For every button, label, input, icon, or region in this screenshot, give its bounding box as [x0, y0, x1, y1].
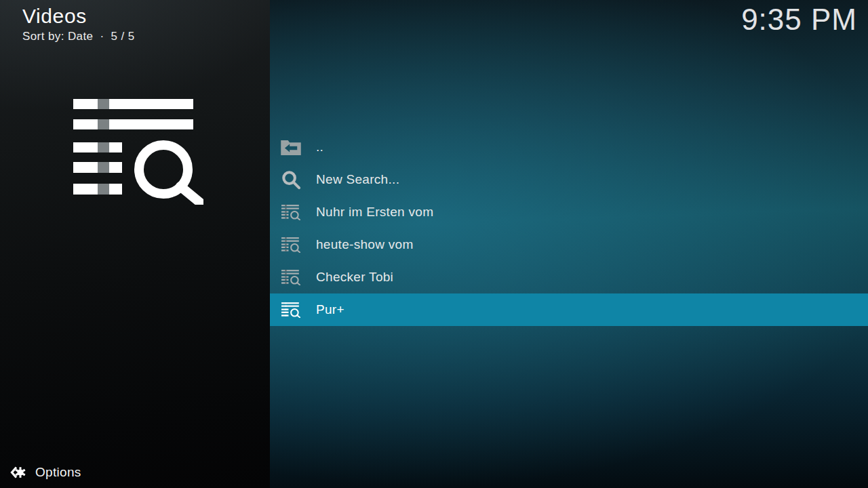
list-search-icon: [281, 235, 301, 255]
clock: 9:35 PM: [741, 3, 857, 37]
sort-status: Sort by: Date·5 / 5: [22, 30, 135, 43]
options-gear-icon: [9, 464, 27, 481]
list-item[interactable]: Nuhr im Ersten vom: [270, 196, 868, 228]
list-item-label: Nuhr im Ersten vom: [316, 205, 433, 220]
search-list-icon: [73, 99, 203, 205]
list-search-icon: [281, 202, 301, 222]
sort-by-label: Sort by: Date: [22, 30, 93, 43]
options-label: Options: [35, 465, 81, 480]
search-icon: [281, 169, 301, 190]
folder-back-icon: [281, 137, 301, 157]
list-item-label: heute-show vom: [316, 237, 414, 252]
list-search-icon: [281, 267, 301, 287]
list-item-label: New Search...: [316, 172, 399, 187]
list-item[interactable]: Pur+: [270, 293, 868, 326]
item-count: 5 / 5: [111, 30, 134, 43]
left-panel: Videos Sort by: Date·5 / 5 Optio: [0, 0, 270, 488]
list-item[interactable]: heute-show vom: [270, 228, 868, 261]
content-pane: 9:35 PM .. New Search... Nuhr im Ersten …: [270, 0, 868, 488]
file-list: .. New Search... Nuhr im Ersten vom: [270, 131, 868, 326]
page-title: Videos: [22, 5, 135, 28]
list-item[interactable]: ..: [270, 131, 868, 163]
options-button[interactable]: Options: [0, 457, 270, 488]
list-item-label: ..: [316, 140, 323, 155]
list-item[interactable]: New Search...: [270, 163, 868, 196]
kodi-screen: Videos Sort by: Date·5 / 5 Optio: [0, 0, 868, 488]
list-item-label: Checker Tobi: [316, 270, 393, 285]
list-item[interactable]: Checker Tobi: [270, 261, 868, 293]
separator-dot: ·: [100, 30, 104, 43]
page-header: Videos Sort by: Date·5 / 5: [22, 5, 135, 43]
list-search-icon: [281, 300, 301, 320]
list-item-label: Pur+: [316, 302, 344, 317]
